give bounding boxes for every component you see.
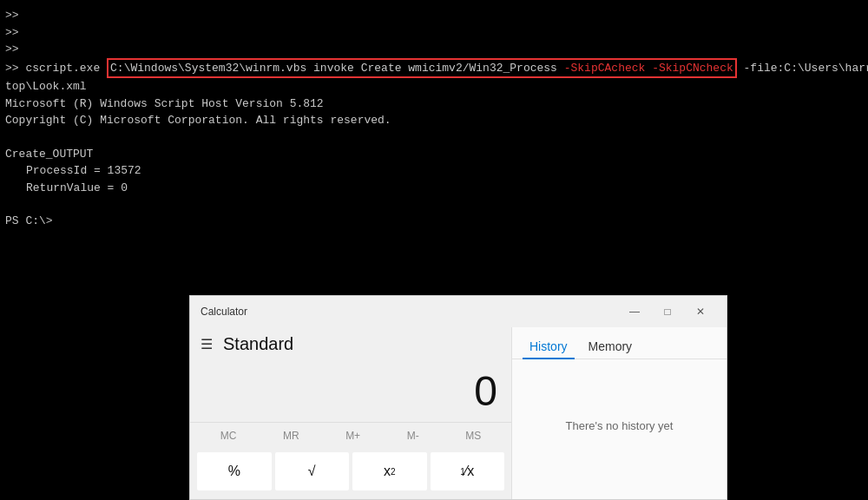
history-empty-message: There's no history yet <box>512 359 727 492</box>
calculator-title: Calculator <box>201 306 247 318</box>
calc-mode-title: Standard <box>223 334 293 354</box>
cmd-suffix: -file:C:\Users\harr0ey\Desk <box>737 60 868 77</box>
cmd-prefix: >> cscript.exe <box>5 60 107 77</box>
calculator-window: Calculator — □ ✕ ☰ Standard 0 MC MR M+ M… <box>189 295 727 500</box>
calc-header: ☰ Standard <box>190 327 511 361</box>
mc-button[interactable]: MC <box>214 426 244 445</box>
calc-buttons-row: % √ x2 1⁄x <box>190 449 511 494</box>
terminal-prompt: PS C:\> <box>5 213 863 230</box>
terminal-line: >> <box>5 7 863 24</box>
calc-display: 0 <box>190 361 511 422</box>
maximize-button[interactable]: □ <box>652 301 683 322</box>
terminal-retval: ReturnValue = 0 <box>5 180 863 197</box>
mminus-button[interactable]: M- <box>400 426 426 445</box>
memory-tab[interactable]: Memory <box>582 334 640 359</box>
reciprocal-button[interactable]: 1⁄x <box>431 452 505 490</box>
history-tabs: History Memory <box>512 334 727 359</box>
ms-button[interactable]: MS <box>458 426 488 445</box>
calculator-left-panel: ☰ Standard 0 MC MR M+ M- MS % √ x2 1⁄x <box>190 327 511 499</box>
mplus-button[interactable]: M+ <box>339 426 367 445</box>
terminal-line: >> <box>5 24 863 42</box>
hamburger-icon[interactable]: ☰ <box>201 336 213 353</box>
cmd-highlighted-path: C:\Windows\System32\winrm.vbs invoke Cre… <box>107 58 737 79</box>
close-button[interactable]: ✕ <box>685 301 716 322</box>
terminal-line: Create_OUTPUT <box>5 146 863 163</box>
terminal-line: Microsoft (R) Windows Script Host Versio… <box>5 95 863 113</box>
calculator-titlebar: Calculator — □ ✕ <box>190 296 727 327</box>
calc-number: 0 <box>474 367 497 415</box>
terminal-blank <box>5 196 863 213</box>
command-line: >> cscript.exe C:\Windows\System32\winrm… <box>5 58 863 79</box>
percent-button[interactable]: % <box>197 452 272 490</box>
calculator-right-panel: History Memory There's no history yet <box>511 327 727 499</box>
minimize-button[interactable]: — <box>619 301 650 322</box>
memory-row: MC MR M+ M- MS <box>190 422 511 449</box>
terminal-blank <box>5 129 863 146</box>
terminal-line: >> <box>5 41 863 58</box>
terminal-line: top\Look.xml <box>5 78 863 95</box>
window-controls: — □ ✕ <box>619 301 716 322</box>
square-button[interactable]: x2 <box>352 452 427 490</box>
calculator-body: ☰ Standard 0 MC MR M+ M- MS % √ x2 1⁄x <box>190 327 727 499</box>
history-tab[interactable]: History <box>523 334 575 359</box>
sqrt-button[interactable]: √ <box>275 452 350 490</box>
mr-button[interactable]: MR <box>276 426 306 445</box>
terminal-copyright: Copyright (C) Microsoft Corporation. All… <box>5 112 863 129</box>
terminal-pid: ProcessId = 13572 <box>5 162 863 180</box>
